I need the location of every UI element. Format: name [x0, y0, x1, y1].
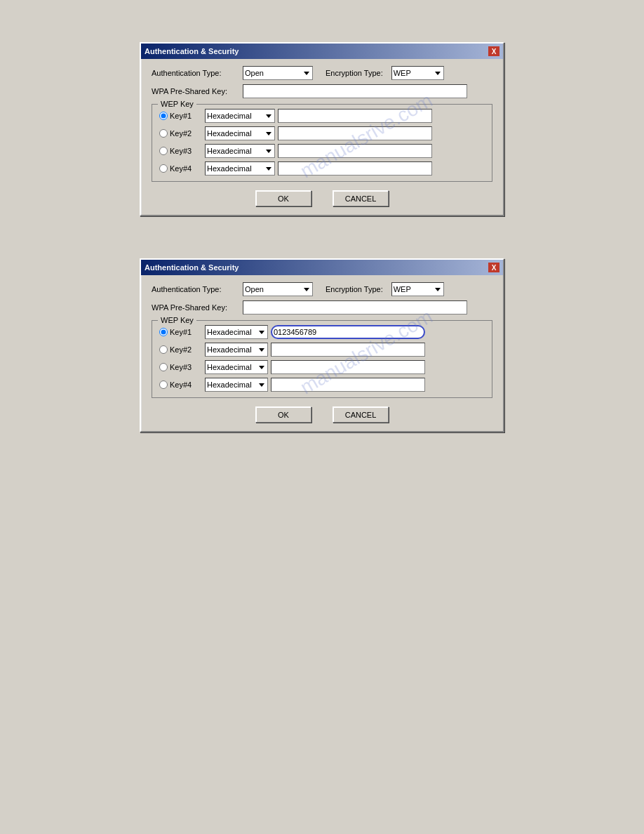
ok-button-1[interactable]: OK	[255, 190, 311, 206]
dialog-1-content: Authentication Type: Open Shared WPA WPA…	[141, 59, 503, 215]
key1-radio-label-2[interactable]: Key#1	[159, 328, 205, 336]
key2-radio-1[interactable]	[159, 129, 168, 138]
key4-input-1[interactable]	[278, 161, 432, 176]
auth-row-2: Authentication Type: Open Shared WPA WPA…	[152, 282, 492, 296]
close-button-2[interactable]: X	[488, 263, 499, 272]
key1-radio-label-1[interactable]: Key#1	[159, 112, 205, 120]
wpa-input-1[interactable]	[243, 84, 467, 98]
dialog-1-title: Authentication & Security	[145, 47, 239, 55]
key1-input-1[interactable]	[278, 109, 432, 123]
enc-select-1[interactable]: WEP TKIP AES None	[391, 66, 444, 80]
key4-row-2: Key#4 Hexadecimal ASCII	[159, 378, 485, 392]
dialog-2-content: Authentication Type: Open Shared WPA WPA…	[141, 275, 503, 431]
title-bar-1: Authentication & Security X	[141, 44, 503, 59]
key3-input-1[interactable]	[278, 144, 432, 158]
key4-format-2[interactable]: Hexadecimal ASCII	[205, 378, 268, 392]
dialog-2: Authentication & Security X Authenticati…	[140, 258, 504, 432]
key3-radio-label-2[interactable]: Key#3	[159, 363, 205, 371]
key2-format-1[interactable]: Hexadecimal ASCII	[205, 126, 275, 140]
enc-label-2: Encryption Type:	[326, 285, 383, 293]
wep-group-2: WEP Key Key#1 Hexadecimal ASCII	[152, 320, 492, 398]
key4-radio-1[interactable]	[159, 164, 168, 173]
key3-row-1: Key#3 Hexadecimal ASCII	[159, 144, 485, 158]
key2-row-2: Key#2 Hexadecimal ASCII	[159, 343, 485, 357]
auth-enc-row-2: Open Shared WPA WPA-PSK Encryption Type:…	[243, 282, 444, 296]
key2-input-1[interactable]	[278, 126, 432, 140]
wep-group-label-1: WEP Key	[158, 100, 196, 108]
key1-input-2[interactable]	[271, 325, 425, 339]
wpa-label-2: WPA Pre-Shared Key:	[152, 303, 243, 312]
key2-radio-label-2[interactable]: Key#2	[159, 345, 205, 354]
close-button-1[interactable]: X	[488, 46, 499, 56]
key3-radio-2[interactable]	[159, 363, 168, 371]
key4-radio-2[interactable]	[159, 380, 168, 389]
cancel-button-1[interactable]: CANCEL	[333, 190, 389, 206]
auth-select-2[interactable]: Open Shared WPA WPA-PSK	[243, 282, 313, 296]
key1-radio-1[interactable]	[159, 112, 168, 120]
key4-format-1[interactable]: Hexadecimal ASCII	[205, 161, 275, 176]
key1-row-1: Key#1 Hexadecimal ASCII	[159, 109, 485, 123]
key1-row-2: Key#1 Hexadecimal ASCII	[159, 325, 485, 339]
key3-radio-1[interactable]	[159, 147, 168, 155]
key3-format-1[interactable]: Hexadecimal ASCII	[205, 144, 275, 158]
key4-radio-label-1[interactable]: Key#4	[159, 164, 205, 173]
auth-select-1[interactable]: Open Shared WPA WPA-PSK	[243, 66, 313, 80]
key2-radio-label-1[interactable]: Key#2	[159, 129, 205, 138]
buttons-row-2: OK CANCEL	[152, 406, 492, 423]
key2-row-1: Key#2 Hexadecimal ASCII	[159, 126, 485, 140]
dialog-1: Authentication & Security X Authenticati…	[140, 42, 504, 216]
cancel-button-2[interactable]: CANCEL	[333, 406, 389, 423]
wep-group-label-2: WEP Key	[158, 316, 196, 324]
enc-label-1: Encryption Type:	[326, 69, 383, 77]
wpa-row-1: WPA Pre-Shared Key:	[152, 84, 492, 98]
auth-label-2: Authentication Type:	[152, 285, 243, 293]
key3-input-2[interactable]	[271, 360, 425, 374]
key1-format-2[interactable]: Hexadecimal ASCII	[205, 325, 268, 339]
key3-row-2: Key#3 Hexadecimal ASCII	[159, 360, 485, 374]
enc-select-2[interactable]: WEP TKIP AES None	[391, 282, 444, 296]
key2-input-2[interactable]	[271, 343, 425, 357]
ok-button-2[interactable]: OK	[255, 406, 311, 423]
key1-format-1[interactable]: Hexadecimal ASCII	[205, 109, 275, 123]
dialog-2-title: Authentication & Security	[145, 263, 239, 272]
wpa-input-2[interactable]	[243, 300, 467, 315]
key3-radio-label-1[interactable]: Key#3	[159, 147, 205, 155]
wpa-row-2: WPA Pre-Shared Key:	[152, 300, 492, 315]
key3-format-2[interactable]: Hexadecimal ASCII	[205, 360, 268, 374]
key4-row-1: Key#4 Hexadecimal ASCII	[159, 161, 485, 176]
key2-radio-2[interactable]	[159, 345, 168, 354]
buttons-row-1: OK CANCEL	[152, 190, 492, 206]
key1-radio-2[interactable]	[159, 328, 168, 336]
key2-format-2[interactable]: Hexadecimal ASCII	[205, 343, 268, 357]
key4-radio-label-2[interactable]: Key#4	[159, 380, 205, 389]
auth-label-1: Authentication Type:	[152, 69, 243, 77]
key4-input-2[interactable]	[271, 378, 425, 392]
wpa-label-1: WPA Pre-Shared Key:	[152, 87, 243, 95]
title-bar-2: Authentication & Security X	[141, 260, 503, 275]
wep-group-1: WEP Key Key#1 Hexadecimal ASCII Key#2	[152, 104, 492, 182]
auth-row-1: Authentication Type: Open Shared WPA WPA…	[152, 66, 492, 80]
auth-enc-row-1: Open Shared WPA WPA-PSK Encryption Type:…	[243, 66, 444, 80]
